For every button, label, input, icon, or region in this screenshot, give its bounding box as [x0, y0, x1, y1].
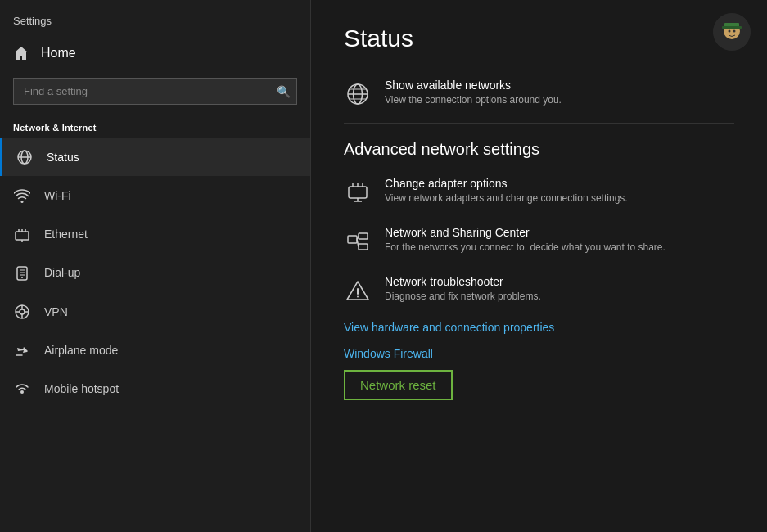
svg-point-26 [733, 30, 736, 33]
svg-rect-39 [359, 233, 368, 239]
sidebar-item-home[interactable]: Home [0, 35, 310, 71]
search-icon[interactable]: 🔍 [277, 85, 291, 98]
sidebar-item-label: Dial-up [44, 266, 80, 279]
dialup-icon [13, 264, 31, 282]
main-content: Status Show available networks View the … [311, 0, 767, 532]
search-input[interactable] [13, 78, 297, 105]
svg-point-25 [729, 30, 731, 33]
troubleshooter-item[interactable]: Network troubleshooter Diagnose and fix … [344, 265, 734, 314]
svg-rect-32 [349, 187, 367, 198]
sharing-title: Network and Sharing Center [385, 226, 665, 239]
page-title: Status [344, 25, 734, 52]
avatar [713, 13, 751, 51]
sidebar-item-label: Airplane mode [44, 344, 118, 357]
svg-point-20 [20, 390, 24, 394]
sidebar-item-dialup[interactable]: Dial-up [0, 254, 310, 292]
sidebar-item-label: VPN [44, 305, 68, 318]
divider-1 [344, 123, 734, 124]
airplane-icon [13, 341, 31, 358]
svg-rect-3 [16, 232, 29, 240]
warning-icon [344, 277, 372, 304]
sidebar-item-hotspot[interactable]: Mobile hotspot [0, 370, 310, 408]
sidebar: Settings Home 🔍 Network & Internet Statu… [0, 0, 311, 532]
section-title: Network & Internet [0, 115, 310, 138]
adapter-icon [344, 178, 372, 206]
search-box: 🔍 [13, 78, 297, 105]
svg-point-44 [357, 296, 359, 298]
show-networks-desc: View the connection options around you. [385, 94, 562, 106]
sidebar-item-vpn[interactable]: VPN [0, 292, 310, 331]
svg-rect-38 [348, 236, 357, 243]
troubleshooter-text: Network troubleshooter Diagnose and fix … [385, 275, 541, 302]
sidebar-item-label: Ethernet [44, 228, 88, 241]
settings-title: Settings [0, 0, 310, 35]
home-icon [13, 45, 29, 61]
svg-rect-40 [359, 244, 368, 250]
adapter-text: Change adapter options View network adap… [385, 177, 628, 204]
adapter-title: Change adapter options [385, 177, 628, 190]
link-hardware[interactable]: View hardware and connection properties [344, 314, 554, 340]
globe-icon [16, 148, 34, 165]
troubleshooter-title: Network troubleshooter [385, 275, 541, 288]
show-networks-title: Show available networks [385, 79, 562, 92]
ethernet-icon [13, 226, 31, 243]
svg-rect-24 [722, 26, 742, 29]
sidebar-item-ethernet[interactable]: Ethernet [0, 215, 310, 254]
sidebar-item-label: Mobile hotspot [44, 382, 119, 395]
sharing-desc: For the networks you connect to, decide … [385, 241, 665, 253]
show-networks-item[interactable]: Show available networks View the connect… [344, 69, 734, 118]
wifi-icon [13, 187, 31, 204]
home-label: Home [41, 46, 76, 61]
troubleshooter-desc: Diagnose and fix network problems. [385, 291, 541, 302]
adapter-options-item[interactable]: Change adapter options View network adap… [344, 167, 734, 216]
hotspot-icon [13, 381, 31, 398]
sidebar-item-airplane[interactable]: Airplane mode [0, 331, 310, 369]
svg-point-14 [20, 309, 25, 314]
sharing-center-item[interactable]: Network and Sharing Center For the netwo… [344, 216, 734, 265]
sidebar-item-wifi[interactable]: Wi-Fi [0, 176, 310, 214]
show-networks-text: Show available networks View the connect… [385, 79, 562, 106]
advanced-heading: Advanced network settings [344, 140, 734, 159]
svg-line-42 [357, 240, 359, 247]
sidebar-item-label: Status [47, 151, 79, 164]
link-firewall[interactable]: Windows Firewall [344, 340, 433, 367]
adapter-desc: View network adapters and change connect… [385, 192, 628, 204]
sharing-text: Network and Sharing Center For the netwo… [385, 226, 665, 253]
sharing-icon [344, 228, 372, 255]
sidebar-item-label: Wi-Fi [44, 189, 71, 202]
network-globe-icon [344, 80, 372, 108]
svg-point-9 [21, 277, 23, 278]
vpn-icon [13, 303, 31, 320]
network-reset-button[interactable]: Network reset [344, 370, 453, 400]
sidebar-item-status[interactable]: Status [0, 138, 310, 176]
